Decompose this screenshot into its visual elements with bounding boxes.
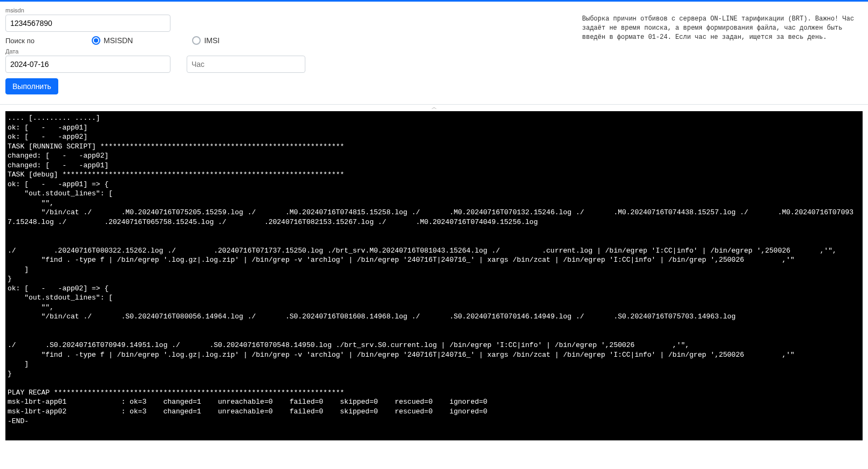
radio-imsi[interactable]: IMSI [192, 36, 220, 45]
submit-button[interactable]: Выполнить [5, 78, 58, 94]
search-by-row: Поиск по MSISDN IMSI [5, 36, 305, 45]
hour-input[interactable] [187, 56, 305, 73]
radio-imsi-icon [192, 36, 201, 45]
radio-msisdn-icon [92, 36, 100, 45]
search-by-label: Поиск по [5, 37, 86, 45]
date-row: Дата [5, 48, 305, 73]
radio-msisdn-label: MSISDN [104, 36, 133, 45]
collapse-handle[interactable]: ︿ [0, 105, 868, 111]
date-input[interactable] [5, 56, 170, 73]
form-panel: msisdn Поиск по MSISDN IMSI Дата [0, 2, 868, 105]
radio-imsi-label: IMSI [204, 36, 220, 45]
chevron-up-icon: ︿ [432, 104, 437, 110]
form-left: msisdn Поиск по MSISDN IMSI Дата [5, 7, 305, 99]
msisdn-row: msisdn [5, 7, 305, 32]
date-label: Дата [5, 48, 170, 55]
radio-msisdn[interactable]: MSISDN [92, 36, 133, 45]
help-text: Выборка причин отбивов с сервера ON-LINE… [582, 7, 863, 99]
console-output: .... [......... .....] ok: [ - -app01] o… [5, 111, 863, 440]
msisdn-input[interactable] [5, 15, 170, 32]
submit-row: Выполнить [5, 78, 305, 94]
msisdn-label: msisdn [5, 7, 305, 13]
